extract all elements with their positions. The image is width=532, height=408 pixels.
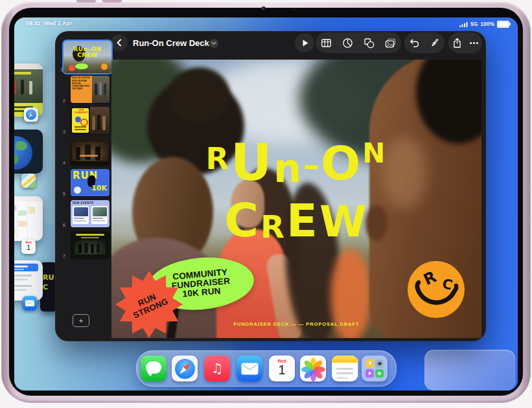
mail-row-text	[14, 266, 28, 267]
slide-thumbnail-2[interactable]: RUN-ON STRONG RUN-ON FREE RUN-ON TOGETHE…	[71, 76, 110, 103]
thumb-text-smudge	[81, 237, 99, 238]
undo-icon[interactable]	[409, 38, 420, 49]
app-library-mini	[365, 359, 374, 368]
title-letter: R	[206, 144, 231, 174]
play-icon	[299, 38, 310, 49]
thumb-badge	[74, 187, 81, 194]
more-icon[interactable]	[468, 38, 480, 49]
recent-app-calendar-window[interactable]	[14, 196, 43, 241]
safari-mini-icon[interactable]	[24, 108, 38, 122]
thumb-green-badge	[75, 63, 88, 69]
add-slide-button[interactable]: +	[73, 314, 89, 327]
safari-headline-smudge	[14, 72, 31, 74]
slide-thumbnail-7[interactable]	[71, 231, 110, 258]
calendar-event	[29, 207, 35, 214]
maps-globe	[14, 136, 32, 170]
runner-figure	[21, 80, 24, 95]
calendar-window-header	[14, 196, 43, 201]
thumb-figure	[104, 84, 106, 95]
network-label: 5G	[470, 21, 478, 27]
slide-thumbnail-6[interactable]: OUR EVENTS	[71, 200, 110, 227]
title-letter: W	[319, 201, 369, 244]
mic-dot	[293, 8, 295, 10]
recent-app-maps-window[interactable]	[14, 130, 43, 174]
safari-window-photo	[14, 69, 43, 103]
thumb-rc-badge	[101, 63, 108, 70]
dock-app-library-icon[interactable]: ★	[362, 356, 387, 381]
title-letter: C	[224, 197, 260, 244]
title-letter: N	[362, 140, 387, 167]
thumb-text-smudge	[76, 234, 104, 236]
thumb-figure	[99, 82, 102, 95]
calendar-mini-icon[interactable]: Wed 1	[21, 240, 36, 254]
chart-icon[interactable]	[342, 38, 353, 49]
title-letter: R	[260, 211, 286, 242]
envelope-glyph	[23, 296, 37, 310]
thumb-card-photo	[93, 207, 107, 216]
slide-thumbnail-4[interactable]	[71, 138, 110, 165]
recent-app-mail-window[interactable]	[14, 260, 43, 300]
slide-number: 4	[55, 160, 65, 166]
thumb-panel: RUN-ON STRONG RUN-ON FREE RUN-ON TOGETHE…	[71, 76, 92, 103]
slide-thumbnail-5[interactable]: RUN 10K	[71, 169, 110, 196]
ipad-hero-shot: 09:41 Wed 1 Apr 5G 100%	[0, 0, 532, 408]
title-letter: U	[231, 137, 273, 188]
play-button[interactable]	[295, 33, 314, 52]
mini-bulb	[369, 361, 371, 365]
thumb-card: OUR COMMUNITY	[72, 108, 89, 133]
thumb-text-smudge	[75, 126, 86, 128]
dock-calendar-icon[interactable]: Wed 1	[269, 356, 295, 381]
thumb-figure	[91, 244, 94, 253]
battery-icon	[497, 21, 509, 28]
title-menu-button[interactable]	[209, 39, 218, 48]
dock-notes-icon[interactable]	[332, 356, 358, 381]
notes-line	[336, 372, 353, 374]
insert-media-icon[interactable]	[385, 38, 396, 49]
slide-title-line1: RUn–ON	[111, 132, 481, 188]
share-icon[interactable]	[452, 38, 463, 49]
thumb-text-smudge	[75, 129, 86, 130]
mail-row-text	[14, 275, 32, 277]
left-runner-hair-puff-top	[168, 67, 230, 122]
dock-messages-icon[interactable]	[141, 356, 167, 381]
back-button[interactable]	[111, 34, 128, 51]
maps-mini-icon[interactable]	[21, 174, 36, 188]
dock-music-icon[interactable]: ♫	[204, 356, 230, 381]
slide-title: RUn–ON CREW	[111, 132, 481, 244]
thumb-shape	[80, 119, 88, 126]
thumb-card-photo	[74, 207, 88, 216]
title-letter: O	[321, 140, 362, 187]
mail-mini-icon[interactable]	[23, 296, 37, 310]
chevron-left-icon	[115, 38, 123, 47]
share-toolbar-group	[448, 32, 482, 53]
calendar-mini-day: 1	[21, 244, 36, 251]
mail-row-text	[14, 278, 28, 280]
thumb-figure	[102, 116, 106, 130]
front-camera	[261, 6, 266, 11]
slide-canvas[interactable]: RUn–ON CREW COMMUNITY FUNDRAISER 10K RUN…	[111, 60, 481, 338]
dock-safari-icon[interactable]	[172, 356, 198, 381]
thumb-text-smudge	[93, 220, 105, 221]
app-library-mini	[375, 359, 384, 368]
dock-divider	[358, 358, 358, 379]
document-title[interactable]: Run-On Crew Deck	[133, 38, 209, 48]
thumb-figure	[76, 147, 80, 160]
title-letter: n	[273, 149, 303, 188]
table-icon[interactable]	[321, 38, 332, 49]
signal-icon	[459, 21, 468, 27]
dock-photos-icon[interactable]	[300, 356, 326, 381]
mini-camera	[378, 362, 382, 365]
thumb-star-badge	[69, 65, 75, 71]
calendar-day: 1	[269, 363, 295, 376]
thumb-text-smudge	[93, 218, 103, 219]
format-brush-icon[interactable]	[429, 38, 440, 49]
dock-mail-icon[interactable]	[237, 356, 262, 381]
rc-smiley-badge: R C	[407, 260, 465, 319]
slide-thumbnail-3[interactable]: OUR COMMUNITY	[71, 107, 110, 134]
thumb-figure	[95, 146, 100, 161]
slide-thumbnail-1-selected[interactable]: RUn–ON CREW	[62, 40, 113, 74]
clock: 09:41	[26, 20, 41, 27]
calendar-event	[18, 221, 27, 227]
app-library-mini	[375, 369, 384, 378]
shapes-icon[interactable]	[364, 38, 375, 49]
